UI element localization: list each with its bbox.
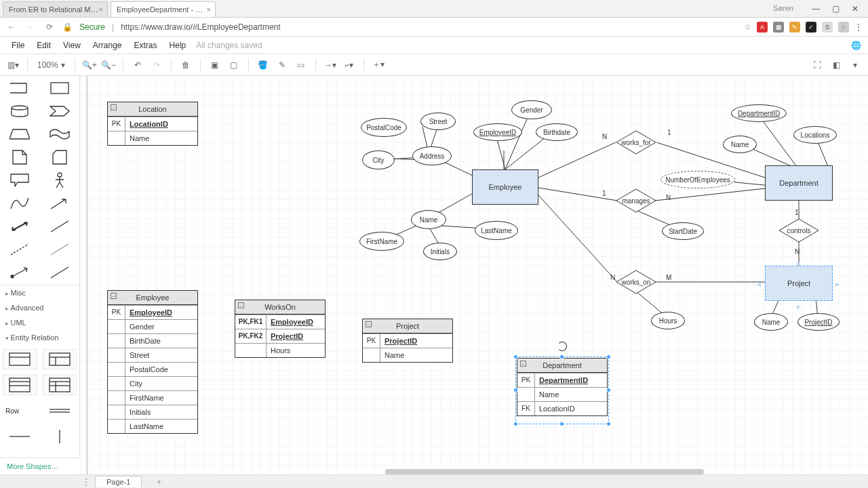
er-shape-3[interactable] bbox=[3, 375, 37, 395]
resize-arrow-icon[interactable]: ▴ bbox=[796, 258, 800, 267]
rotate-handle[interactable] bbox=[557, 342, 567, 351]
attr-name[interactable]: Name bbox=[411, 210, 446, 229]
menu-icon[interactable]: ⋮ bbox=[854, 22, 863, 32]
menu-edit[interactable]: Edit bbox=[31, 41, 57, 50]
shape-biarrow[interactable] bbox=[3, 218, 37, 235]
attr-project-name[interactable]: Name bbox=[754, 313, 788, 331]
er-shape-vr[interactable] bbox=[43, 426, 77, 447]
add-page-button[interactable]: ＋ bbox=[144, 475, 174, 488]
attr-startdate[interactable]: StartDate bbox=[662, 222, 704, 240]
view-dropdown-icon[interactable]: ▥▾ bbox=[5, 58, 20, 73]
attr-firstname[interactable]: FirstName bbox=[359, 232, 404, 251]
ext-icon[interactable]: ✓ bbox=[806, 22, 816, 33]
attr-birthdate[interactable]: Birthdate bbox=[536, 123, 578, 141]
cat-uml[interactable]: UML bbox=[0, 315, 79, 330]
er-shape-2[interactable] bbox=[43, 349, 77, 369]
undo-icon[interactable]: ↶ bbox=[130, 58, 145, 73]
table-workson[interactable]: –WorksOn PK,FK1EmployeeID PK,FK2ProjectI… bbox=[235, 300, 326, 358]
ext-abp-icon[interactable]: A bbox=[757, 22, 768, 33]
reload-icon[interactable]: ⟳ bbox=[43, 22, 56, 32]
shape-curve[interactable] bbox=[3, 195, 37, 211]
browser-tab-1[interactable]: From ER to Relational M…× bbox=[3, 1, 108, 17]
language-icon[interactable]: 🌐 bbox=[851, 41, 861, 50]
attr-departmentid[interactable]: DepartmentID bbox=[731, 104, 787, 122]
shape-callout[interactable] bbox=[3, 172, 37, 188]
back-icon[interactable]: ← bbox=[5, 22, 18, 32]
rel-works-for[interactable]: works_for bbox=[616, 130, 656, 155]
rel-manages[interactable]: manages bbox=[616, 188, 656, 213]
menu-arrange[interactable]: Arrange bbox=[87, 41, 128, 50]
shape-trapezoid[interactable] bbox=[3, 126, 37, 142]
cat-entity-relation[interactable]: Entity Relation bbox=[0, 330, 79, 345]
page-menu-icon[interactable]: ⋮ bbox=[80, 477, 92, 487]
waypoints-icon[interactable]: ⌐▾ bbox=[342, 58, 357, 73]
table-location[interactable]: –Location PKLocationID Name bbox=[107, 102, 198, 146]
shape-tape[interactable] bbox=[43, 126, 77, 142]
rel-controls[interactable]: controls bbox=[778, 218, 819, 243]
resize-arrow-icon[interactable]: ◂ bbox=[757, 279, 761, 289]
er-shape-row[interactable] bbox=[43, 401, 77, 421]
shape-arrow[interactable] bbox=[43, 195, 77, 211]
attr-city[interactable]: City bbox=[362, 150, 395, 169]
collapse-icon[interactable]: ▾ bbox=[848, 58, 863, 73]
browser-tab-2[interactable]: EmployeeDepartment - …× bbox=[111, 1, 216, 17]
er-row-label[interactable]: Row bbox=[3, 401, 37, 421]
attr-employeeid[interactable]: EmployeeID bbox=[473, 123, 522, 141]
shape-cylinder[interactable] bbox=[3, 103, 37, 119]
table-project[interactable]: –Project PKProjectID Name bbox=[362, 319, 453, 363]
to-back-icon[interactable]: ▢ bbox=[226, 58, 241, 73]
to-front-icon[interactable]: ▣ bbox=[208, 58, 222, 73]
shape-step[interactable] bbox=[43, 103, 77, 119]
ext-icon[interactable]: ▦ bbox=[773, 22, 784, 33]
shape-line[interactable] bbox=[43, 218, 77, 235]
cat-misc[interactable]: Misc bbox=[0, 285, 79, 300]
close-icon[interactable]: × bbox=[207, 5, 211, 14]
entity-employee[interactable]: Employee bbox=[472, 169, 538, 205]
fill-icon[interactable]: 🪣 bbox=[256, 58, 271, 73]
attr-number-of-employees[interactable]: NumberOfEmployees bbox=[660, 171, 735, 188]
maximize-icon[interactable]: ▢ bbox=[832, 4, 840, 14]
redo-icon[interactable]: ↷ bbox=[149, 58, 164, 73]
more-shapes-link[interactable]: More Shapes… bbox=[0, 458, 80, 474]
attr-dept-name[interactable]: Name bbox=[723, 136, 757, 153]
delete-icon[interactable]: 🗑 bbox=[178, 58, 193, 73]
shape-page[interactable] bbox=[3, 149, 37, 165]
forward-icon[interactable]: → bbox=[24, 22, 37, 32]
ext-icon[interactable]: ○ bbox=[838, 22, 849, 33]
star-icon[interactable]: ☆ bbox=[744, 22, 751, 32]
resize-arrow-icon[interactable]: ▸ bbox=[835, 279, 840, 289]
attr-postalcode[interactable]: PostalCode bbox=[361, 118, 407, 137]
entity-department[interactable]: Department bbox=[765, 165, 833, 201]
attr-locations[interactable]: Locations bbox=[793, 126, 837, 144]
url-text[interactable]: https://www.draw.io/#LEmployeeDepartment bbox=[121, 22, 280, 32]
shape-plainline[interactable] bbox=[43, 264, 77, 281]
ext-icon[interactable]: ✎ bbox=[789, 22, 800, 33]
attr-gender[interactable]: Gender bbox=[511, 100, 552, 119]
er-shape-1[interactable] bbox=[3, 349, 37, 369]
line-icon[interactable]: ✎ bbox=[275, 58, 290, 73]
minimize-icon[interactable]: — bbox=[812, 4, 820, 14]
close-icon[interactable]: ✕ bbox=[852, 4, 859, 14]
resize-arrow-icon[interactable]: ▾ bbox=[796, 302, 800, 312]
attr-hours[interactable]: Hours bbox=[651, 312, 685, 329]
attr-address[interactable]: Address bbox=[412, 146, 452, 165]
shape-rect[interactable] bbox=[43, 80, 77, 96]
connection-icon[interactable]: →▾ bbox=[323, 58, 338, 73]
canvas[interactable]: –Location PKLocationID Name –Employee PK… bbox=[80, 76, 868, 474]
attr-initials[interactable]: Initials bbox=[423, 243, 457, 260]
attr-street[interactable]: Street bbox=[420, 113, 456, 130]
entity-project[interactable]: Project bbox=[765, 266, 833, 301]
shape-thinline[interactable] bbox=[43, 241, 77, 258]
ext-icon[interactable]: S bbox=[822, 22, 833, 33]
shape-halfrect[interactable] bbox=[3, 80, 37, 96]
zoom-out-icon[interactable]: 🔍− bbox=[101, 58, 116, 73]
close-icon[interactable]: × bbox=[99, 5, 103, 14]
insert-icon[interactable]: ＋▾ bbox=[371, 58, 386, 73]
menu-extras[interactable]: Extras bbox=[128, 41, 163, 50]
menu-help[interactable]: Help bbox=[163, 41, 193, 50]
page-tab-1[interactable]: Page-1 bbox=[95, 476, 142, 487]
fullscreen-icon[interactable]: ⛶ bbox=[810, 58, 825, 73]
shape-actor[interactable] bbox=[43, 172, 77, 188]
table-employee[interactable]: –Employee PKEmployeeID Gender BirthDate … bbox=[107, 290, 198, 434]
shape-dashed[interactable] bbox=[3, 241, 37, 258]
